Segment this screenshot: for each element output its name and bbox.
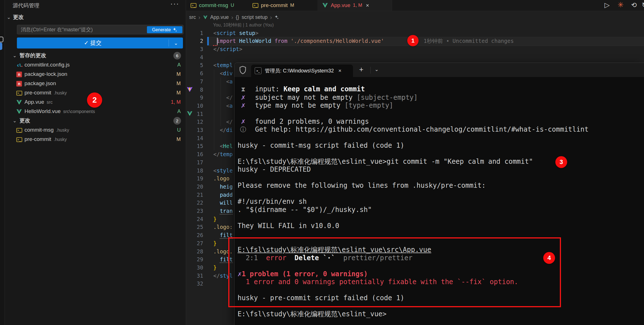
scm-file-row-pre-commit[interactable]: >_pre-commit.huskyM	[5, 135, 186, 144]
code-line-4[interactable]: 4	[186, 53, 644, 61]
terminal-line: ⧗input: Keep calm and commit	[234, 85, 644, 93]
terminal-tab-title: 管理员: C:\Windows\System32	[265, 67, 334, 74]
source-control-sidebar: 源代码管理 ··· ⌄ 更改 消息(Ctrl+Enter 在“master”提交…	[5, 0, 186, 325]
annotation-circle-4: 4	[543, 252, 555, 264]
terminal-line: husky - DEPRECATED	[234, 165, 644, 174]
code-line-3[interactable]: 3</script>	[186, 45, 644, 53]
terminal-line	[234, 109, 644, 118]
new-tab-icon[interactable]: +	[359, 65, 363, 74]
annotation-circle-3: 3	[555, 156, 567, 168]
git-status-badge: A	[164, 62, 181, 68]
generate-commit-message-button[interactable]: Generate	[147, 26, 182, 33]
git-status-badge: M	[164, 90, 181, 96]
line-number: 2	[186, 37, 203, 45]
terminal-line	[234, 149, 644, 158]
line-number: 8	[186, 86, 203, 94]
line-number: 16	[186, 150, 203, 158]
line-number: 12	[186, 118, 203, 126]
x-icon: ✗	[238, 93, 249, 101]
chevron-down-icon: ⌄	[13, 53, 17, 59]
commit-button[interactable]: ✓ 提交 ⌄	[17, 37, 183, 48]
shell-icon: >_	[16, 90, 22, 96]
check-icon: ✓	[84, 40, 89, 46]
git-status-badge: M	[164, 71, 181, 77]
info-icon: ⓘ	[238, 125, 249, 134]
chevron-down-icon[interactable]: ⌄	[375, 67, 379, 72]
annotation-circle-2: 2	[87, 92, 102, 108]
git-status-badge: M	[164, 81, 181, 87]
line-number: 27	[186, 239, 203, 247]
shell-icon: >_	[16, 127, 22, 133]
sidebar-title: 源代码管理	[13, 2, 39, 9]
x-icon: ✗	[238, 117, 249, 125]
scm-file-row-commit-msg[interactable]: >_commit-msg.huskyU	[5, 126, 186, 135]
activity-bar	[0, 0, 5, 325]
line-number: 32	[186, 280, 203, 288]
hourglass-icon: ⧗	[238, 85, 249, 93]
terminal-line: ✗type may not be empty [type-empty]	[234, 101, 644, 109]
activity-icon-fragment	[0, 37, 3, 42]
annotation-circle-1: 1	[407, 35, 419, 46]
line-number: 11	[186, 110, 203, 118]
terminal-line: . "$(dirname -- "$0")/_/husky.sh"	[234, 206, 644, 214]
line-number: 7	[186, 78, 203, 86]
terminal-line: They WILL FAIL in v10.0.0	[234, 222, 644, 230]
terminal-line	[234, 190, 644, 198]
line-number: 15	[186, 142, 203, 150]
staged-changes-header[interactable]: ⌄ 暂存的更改 6	[5, 51, 186, 60]
scm-file-row-commitlint.config.js[interactable]: cl^commitlint.config.jsA	[5, 61, 186, 70]
line-number: 28	[186, 247, 203, 256]
chevron-down-icon: ⌄	[13, 118, 17, 124]
scm-file-row-package-lock.json[interactable]: npackage-lock.jsonM	[5, 70, 186, 79]
more-actions-icon[interactable]: ···	[170, 0, 179, 8]
terminal-tab[interactable]: >_ 管理员: C:\Windows\System32 ×	[251, 65, 353, 77]
npm-icon: n	[16, 71, 22, 78]
line-number: 3	[186, 45, 203, 53]
terminal-line: ⓘGet help: https://github.com/convention…	[234, 125, 644, 134]
line-number: 17	[186, 158, 203, 167]
line-number: 23	[186, 207, 203, 215]
terminal-line	[234, 174, 644, 182]
activity-icon-fragment-blue	[0, 43, 2, 50]
line-number: 10	[186, 102, 203, 110]
line-number: 31	[186, 272, 203, 280]
terminal-line: #!/usr/bin/env sh	[234, 198, 644, 206]
changes-count-badge: 2	[173, 117, 181, 125]
line-number: 9	[186, 94, 203, 102]
sparkle-icon	[173, 27, 177, 32]
git-status-badge: 1, M	[164, 99, 181, 105]
line-number: 13	[186, 126, 203, 134]
line-number: 4	[186, 53, 203, 61]
annotation-red-box	[228, 237, 561, 307]
vue-icon	[16, 109, 22, 116]
admin-shield-icon	[239, 66, 247, 74]
changes-top-section-header[interactable]: ⌄ 更改	[7, 14, 24, 21]
npm-icon: n	[16, 81, 22, 87]
line-number: 5	[186, 61, 203, 69]
scm-file-row-HelloWorld.vue[interactable]: HelloWorld.vuesrc\componentsA	[5, 107, 186, 116]
staged-count-badge: 6	[173, 52, 181, 59]
vue-icon	[16, 99, 22, 107]
terminal-line: ✗found 2 problems, 0 warnings	[234, 117, 644, 125]
scm-file-row-package.json[interactable]: npackage.jsonM	[5, 79, 186, 89]
vscode-window: 源代码管理 ··· ⌄ 更改 消息(Ctrl+Enter 在“master”提交…	[0, 0, 644, 325]
line-number: 30	[186, 264, 203, 272]
cmd-icon: >_	[255, 67, 261, 74]
toolbar-divider	[370, 67, 371, 74]
terminal-line: Please remove the following two lines fr…	[234, 182, 644, 190]
changes-header[interactable]: ⌄ 更改 2	[5, 116, 186, 125]
commit-dropdown-chevron-icon[interactable]: ⌄	[169, 40, 183, 46]
terminal-line	[234, 133, 644, 142]
line-number: 21	[186, 191, 203, 199]
shell-icon: >_	[16, 136, 22, 143]
terminal-line: husky - commit-msg script failed (code 1…	[234, 142, 644, 150]
close-icon[interactable]: ×	[338, 68, 341, 74]
line-number: 24	[186, 215, 203, 223]
terminal-line	[234, 230, 644, 238]
line-number: 18	[186, 167, 203, 175]
line-number: 6	[186, 69, 203, 78]
chevron-down-icon: ⌄	[7, 14, 11, 20]
git-status-badge: U	[164, 127, 181, 133]
terminal-line: E:\fsl\study\标准化编程规范\eslint_vue>	[234, 310, 644, 318]
line-number: 19	[186, 174, 203, 183]
